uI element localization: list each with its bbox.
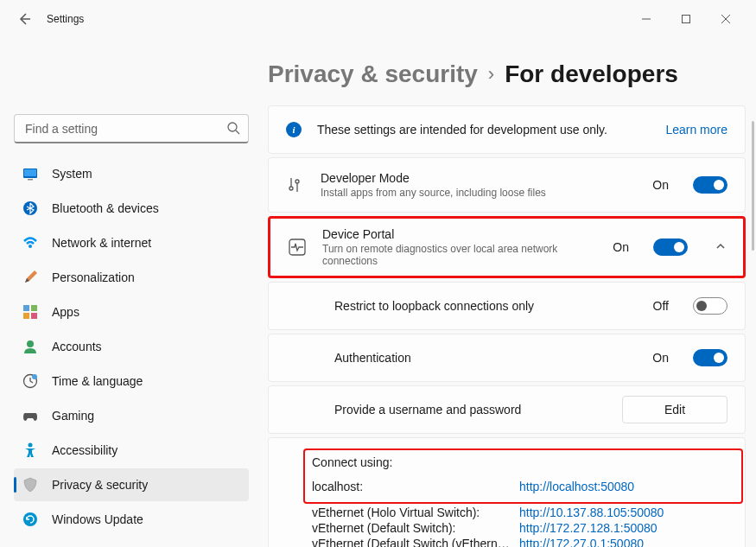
sidebar-item-apps[interactable]: Apps	[14, 296, 249, 328]
svg-point-6	[29, 245, 32, 248]
sidebar-item-label: Personalization	[52, 270, 135, 284]
sidebar-item-label: Time & language	[52, 374, 143, 388]
svg-point-11	[27, 340, 34, 347]
sidebar-item-label: Network & internet	[52, 236, 151, 250]
close-button[interactable]	[706, 5, 746, 33]
svg-rect-7	[23, 305, 29, 311]
row-title: Device Portal	[322, 227, 597, 241]
toggle-state: On	[613, 240, 629, 254]
connect-link[interactable]: http://localhost:50080	[519, 480, 634, 493]
app-title: Settings	[47, 13, 84, 25]
connect-link[interactable]: http://10.137.88.105:50080	[519, 506, 664, 519]
device-portal-row[interactable]: Device Portal Turn on remote diagnostics…	[268, 216, 746, 278]
sidebar-item-accounts[interactable]: Accounts	[14, 330, 249, 363]
loopback-row[interactable]: Restrict to loopback connections only Of…	[268, 282, 746, 330]
system-icon	[22, 166, 38, 181]
row-title: Developer Mode	[321, 171, 637, 185]
sidebar-item-gaming[interactable]: Gaming	[14, 399, 249, 432]
wifi-icon	[22, 235, 38, 251]
bluetooth-icon	[22, 200, 38, 216]
svg-rect-9	[23, 313, 29, 319]
learn-more-link[interactable]: Learn more	[665, 123, 727, 137]
connect-header: Connect using:	[312, 455, 734, 469]
sidebar-item-label: Accounts	[52, 340, 102, 353]
sidebar-item-label: Gaming	[52, 409, 94, 423]
connect-using-card: Connect using: localhost: http://localho…	[268, 437, 746, 547]
chevron-up-icon[interactable]	[715, 239, 726, 255]
brush-icon	[22, 270, 38, 285]
authentication-toggle[interactable]	[693, 349, 727, 366]
svg-rect-0	[683, 16, 690, 23]
svg-point-13	[32, 374, 37, 379]
sidebar-item-label: Privacy & security	[52, 478, 148, 492]
sidebar-item-update[interactable]: Windows Update	[14, 503, 249, 536]
connect-link[interactable]: http://172.27.0.1:50080	[519, 537, 644, 547]
clock-icon	[22, 373, 38, 389]
device-portal-toggle[interactable]	[653, 239, 688, 256]
sidebar-item-label: System	[52, 167, 92, 181]
sidebar-item-system[interactable]: System	[14, 157, 249, 190]
chevron-right-icon: ›	[488, 63, 494, 86]
svg-rect-3	[24, 169, 36, 176]
search-icon	[226, 121, 240, 138]
svg-rect-4	[28, 179, 33, 181]
toggle-state: Off	[653, 299, 669, 313]
gamepad-icon	[22, 408, 38, 423]
sidebar-item-privacy[interactable]: Privacy & security	[14, 468, 249, 501]
row-title: Provide a username and password	[334, 403, 607, 417]
info-text: These settings are intended for developm…	[317, 123, 650, 137]
row-subtitle: Turn on remote diagnostics over local ar…	[322, 243, 597, 267]
sidebar-item-personalization[interactable]: Personalization	[14, 261, 249, 294]
row-title: Restrict to loopback connections only	[334, 299, 638, 313]
connect-label: vEthernet (Default Switch (vEthern…	[312, 537, 519, 547]
svg-rect-8	[31, 305, 37, 311]
sidebar-item-label: Windows Update	[52, 512, 143, 526]
connect-label: vEthernet (Holo Virtual Switch):	[312, 506, 519, 519]
row-subtitle: Install apps from any source, including …	[321, 187, 637, 199]
authentication-row[interactable]: Authentication On	[268, 334, 746, 382]
svg-point-14	[29, 443, 33, 448]
shield-icon	[22, 477, 38, 493]
sidebar-item-network[interactable]: Network & internet	[14, 226, 249, 259]
sidebar-item-bluetooth[interactable]: Bluetooth & devices	[14, 192, 249, 225]
sidebar-item-label: Bluetooth & devices	[52, 201, 159, 215]
person-icon	[22, 339, 38, 354]
developer-mode-row[interactable]: Developer Mode Install apps from any sou…	[268, 157, 746, 213]
accessibility-icon	[22, 442, 38, 458]
loopback-toggle[interactable]	[693, 297, 727, 315]
svg-point-15	[23, 512, 37, 526]
toggle-state: On	[652, 351, 669, 365]
heartbeat-icon	[288, 238, 307, 257]
scrollbar[interactable]	[752, 121, 754, 251]
minimize-button[interactable]	[626, 5, 666, 33]
sidebar-item-label: Accessibility	[52, 443, 118, 457]
svg-rect-10	[31, 313, 37, 319]
connect-link[interactable]: http://172.27.128.1:50080	[519, 521, 658, 535]
svg-point-1	[228, 123, 237, 131]
search-input[interactable]	[14, 114, 249, 143]
breadcrumb-parent[interactable]: Privacy & security	[268, 60, 478, 88]
row-title: Authentication	[334, 351, 637, 365]
back-button[interactable]	[10, 5, 38, 33]
page-title: For developers	[505, 60, 678, 88]
tools-icon	[286, 175, 305, 194]
connect-label: vEthernet (Default Switch):	[312, 521, 519, 535]
sidebar-item-time[interactable]: Time & language	[14, 365, 249, 398]
breadcrumb: Privacy & security › For developers	[268, 60, 746, 88]
info-icon: i	[286, 122, 302, 137]
update-icon	[22, 512, 38, 527]
credentials-row: Provide a username and password Edit	[268, 385, 746, 434]
connect-label: localhost:	[312, 480, 519, 493]
apps-icon	[22, 304, 38, 320]
maximize-button[interactable]	[666, 5, 706, 33]
toggle-state: On	[652, 178, 669, 192]
info-banner: i These settings are intended for develo…	[268, 105, 746, 154]
edit-button[interactable]: Edit	[622, 396, 727, 423]
developer-mode-toggle[interactable]	[693, 176, 727, 194]
sidebar-item-accessibility[interactable]: Accessibility	[14, 434, 249, 467]
sidebar-item-label: Apps	[52, 305, 79, 319]
